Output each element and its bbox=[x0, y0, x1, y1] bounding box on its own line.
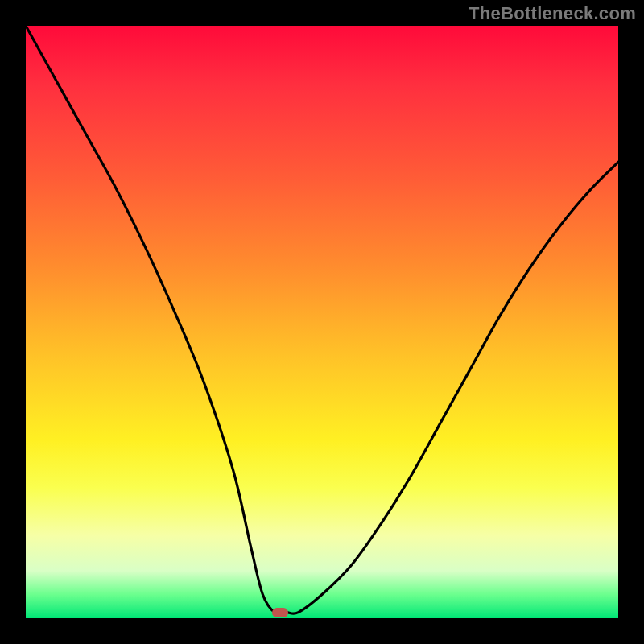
optimal-point-marker bbox=[272, 608, 288, 617]
plot-area bbox=[26, 26, 618, 618]
watermark-text: TheBottleneck.com bbox=[469, 3, 636, 24]
bottleneck-curve-path bbox=[26, 26, 618, 613]
curve-svg bbox=[26, 26, 618, 618]
chart-frame: TheBottleneck.com bbox=[0, 0, 644, 644]
